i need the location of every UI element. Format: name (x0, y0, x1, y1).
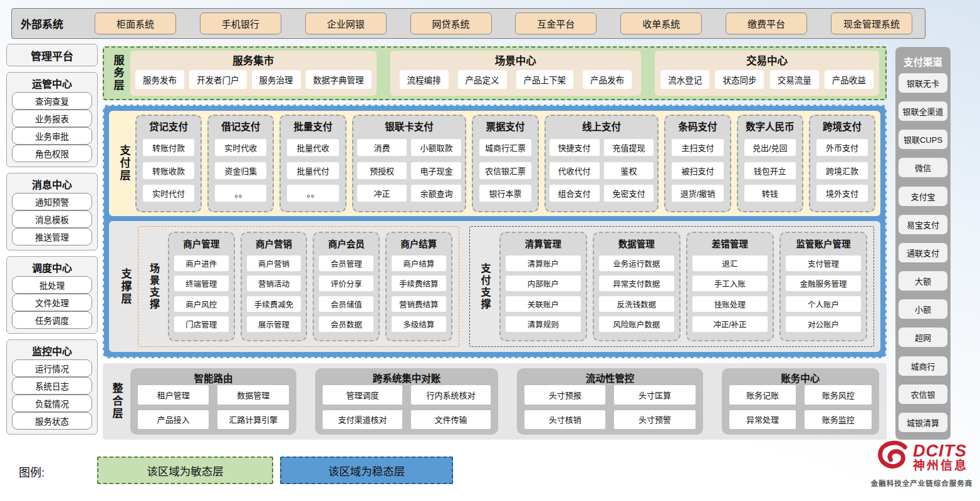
support-item: 多级结算 (392, 316, 446, 332)
architecture-diagram: 外部系统 柜面系统手机银行企业网银网贷系统互金平台收单系统缴费平台现金管理系统 … (0, 0, 980, 501)
payment-item: 冲正 (357, 185, 407, 202)
service-item: 流水登记 (660, 70, 709, 89)
payment-item: 农信银汇票 (479, 162, 531, 179)
payment-column-title: 条码支付 (669, 117, 726, 133)
payment-channels-panel: 支付渠道 银联无卡银联全渠道银联CUPS微信支付宝易宝支付通联支付大额小额超网城… (895, 47, 951, 440)
support-item: 手续费结算 (392, 276, 446, 291)
payment-item: 外币支付 (816, 139, 868, 156)
integration-item: 行内系统核对 (411, 385, 491, 405)
support-item: 清算账户 (506, 256, 581, 271)
payment-item: 预授权 (357, 162, 407, 179)
payment-item: 转账收款 (143, 162, 194, 179)
payment-item: 免密支付 (604, 185, 654, 202)
payment-item: 跨境汇款 (816, 162, 868, 179)
payment-item: 银行本票 (479, 185, 531, 202)
integration-item: 头寸预报 (524, 385, 605, 405)
payment-item: 资金归集 (215, 162, 266, 179)
dcits-logo: DCITS 神州信息 金融科技全产业链综合服务商 (866, 438, 977, 488)
payment-item: 转账付款 (143, 139, 194, 156)
payment-column: 批量支付批量代收批量代付。。 (279, 115, 346, 212)
service-panel-trade: 交易中心流水登记状态同步交易流量产品收益 (655, 51, 879, 96)
management-item: 业务审批 (12, 127, 92, 145)
external-system-node: 缴费平台 (726, 13, 807, 34)
support-column-title: 差错管理 (691, 234, 769, 250)
payment-column-body: 主扫支付被扫支付退货/撤销 (669, 133, 726, 207)
integration-panel-title: 账务中心 (729, 369, 872, 385)
integration-item: 租户管理 (138, 385, 209, 405)
payment-item: 退货/撤销 (672, 185, 723, 202)
management-group-ops: 运管中心查询查复业务报表业务审批角色权限 (6, 72, 98, 167)
support-item: 会员数据 (319, 316, 373, 332)
stable-layer-frame: 支付层 贷记支付转账付款转账收款实时代付借记支付实时代收资金归集。。批量支付批量… (103, 105, 887, 358)
payment-item: 批量代收 (287, 139, 338, 156)
integration-item: 汇路计算引擎 (217, 410, 288, 430)
payment-item: 消费 (357, 139, 407, 156)
legend-label: 图例: (19, 463, 44, 480)
support-item: 反洗钱数据 (599, 296, 674, 312)
integration-item: 账务风控 (805, 385, 872, 405)
external-system-node: 手机银行 (200, 13, 281, 34)
support-item: 商户营销 (247, 256, 301, 271)
support-item: 手续费减免 (247, 296, 301, 312)
management-item: 业务报表 (12, 110, 92, 127)
integration-panel-body: 账务记账账务风控异常处理账务监控 (729, 385, 872, 429)
service-item: 产品定义 (458, 70, 507, 89)
integration-panel-body: 管理调度行内系统核对支付渠道核对文件传输 (323, 385, 491, 429)
service-panel-market: 服务集市服务发布开发者门户服务治理数据字典管理 (130, 51, 377, 96)
support-item: 关联账户 (506, 296, 581, 312)
support-item: 商户结算 (392, 256, 446, 271)
legend-stable-layer: 该区域为稳态层 (280, 457, 453, 484)
payment-channel-node: 微信 (899, 158, 947, 177)
support-column: 商户营销商户营销营销活动手续费减免展示管理 (241, 232, 308, 341)
integration-panel: 智能路由租户管理数据管理产品接入汇路计算引擎 (130, 368, 296, 435)
support-column-body: 清算账户内部账户关联账户清算规则 (504, 250, 583, 337)
support-item: 会员管理 (319, 256, 373, 271)
integration-item: 管理调度 (323, 385, 402, 405)
integration-item: 头寸匡算 (614, 385, 695, 405)
external-system-node: 互金平台 (515, 13, 597, 34)
support-column-title: 商户管理 (172, 234, 231, 250)
management-item: 查询查复 (12, 92, 92, 110)
payment-layer-label: 支付层 (114, 115, 134, 212)
external-system-node: 柜面系统 (95, 13, 176, 34)
integration-panel-body: 头寸预报头寸匡算头寸核销头寸预警 (524, 385, 696, 429)
support-groups: 场景支撑商户管理商户进件终端管理商户风控门店管理商户营销商户营销营销活动手续费减… (138, 226, 874, 347)
support-item: 商户进件 (174, 256, 229, 271)
payment-item: 钱包开立 (744, 162, 796, 179)
support-column-body: 支付管理金融服务管理个人账户对公账户 (784, 250, 863, 337)
payment-item: 兑出/兑回 (744, 139, 796, 156)
payment-channel-node: 银联无卡 (899, 73, 947, 93)
group-title: 交易中心 (660, 53, 874, 67)
payment-item: 。。 (215, 185, 266, 202)
service-item: 产品收益 (825, 70, 873, 89)
support-column-title: 清算管理 (504, 234, 583, 250)
management-item: 系统日志 (12, 377, 92, 395)
integration-panels: 智能路由租户管理数据管理产品接入汇路计算引擎跨系统集中对账管理调度行内系统核对支… (130, 368, 879, 435)
payment-item: 鉴权 (604, 162, 654, 179)
service-item: 开发者门户 (189, 70, 247, 89)
support-item: 业务运行数据 (599, 256, 674, 271)
payment-channel-node: 易宝支付 (899, 215, 947, 234)
support-column-body: 商户营销营销活动手续费减免展示管理 (245, 250, 303, 337)
service-item: 交易流量 (770, 70, 819, 89)
payment-item: 境外支付 (816, 185, 868, 202)
external-system-node: 现金管理系统 (831, 13, 912, 34)
management-item: 运行情况 (12, 359, 92, 377)
support-group-label: 场景支撑 (145, 232, 162, 341)
support-column: 数据管理业务运行数据异常支付数据反洗钱数据风险账户数据 (593, 232, 680, 341)
support-column-title: 商户结算 (390, 234, 448, 250)
group-body: 流水登记状态同步交易流量产品收益 (660, 67, 874, 91)
support-column-body: 商户结算手续费结算营销费结算多级结算 (390, 250, 448, 337)
payment-column-body: 兑出/兑回钱包开立转钱 (742, 133, 798, 207)
support-column-body: 退汇手工入账挂账处理冲正/补正 (691, 250, 769, 337)
payment-column-title: 贷记支付 (140, 117, 197, 133)
payment-column-body: 转账付款转账收款实时代付 (140, 133, 197, 207)
support-column-body: 业务运行数据异常支付数据反洗钱数据风险账户数据 (597, 250, 676, 337)
management-group-monitor: 监控中心运行情况系统日志负载情况服务状态 (6, 339, 98, 435)
support-column: 差错管理退汇手工入账挂账处理冲正/补正 (686, 232, 774, 341)
payment-layer: 支付层 贷记支付转账付款转账收款实时代付借记支付实时代收资金归集。。批量支付批量… (109, 111, 880, 216)
payment-column-title: 银联卡支付 (357, 117, 462, 133)
dcits-logo-name: DCITS (913, 442, 968, 460)
management-platform-panel: 管理平台 运管中心查询查复业务报表业务审批角色权限 消息中心通知预警消息模板推送… (6, 44, 98, 440)
external-system-node: 网贷系统 (410, 13, 492, 34)
